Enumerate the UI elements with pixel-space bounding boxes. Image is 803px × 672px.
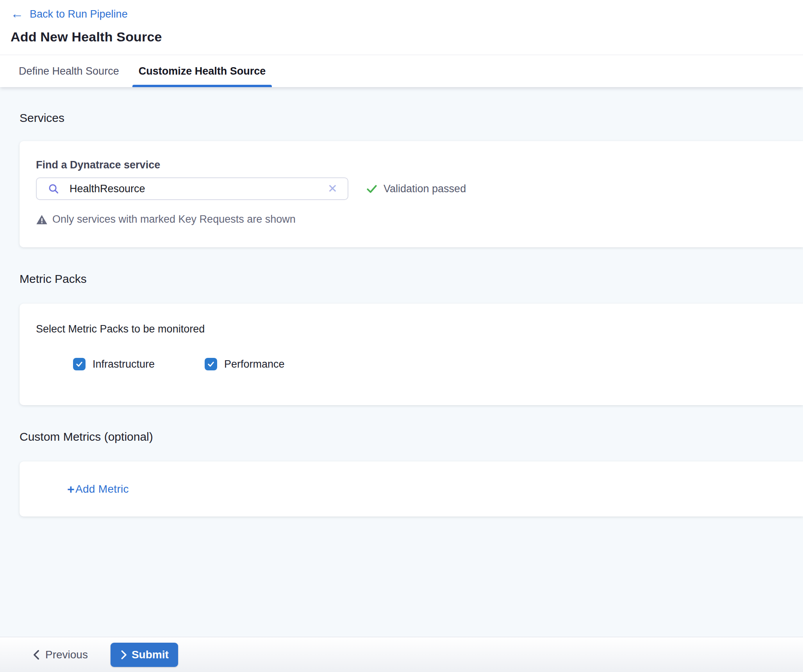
previous-label: Previous <box>45 649 88 661</box>
infrastructure-checkbox[interactable] <box>73 358 86 370</box>
tab-define-health-source[interactable]: Define Health Source <box>12 55 125 87</box>
check-icon <box>366 182 378 195</box>
performance-label: Performance <box>224 358 285 370</box>
custom-metrics-card: + Add Metric <box>20 461 803 517</box>
chevron-left-icon <box>32 650 41 660</box>
footer-bar: Previous Submit <box>0 637 803 672</box>
add-metric-button[interactable]: + Add Metric <box>67 483 129 495</box>
main-content: Services Find a Dynatrace service ✕ Vali… <box>0 87 803 637</box>
search-field-label: Find a Dynatrace service <box>36 159 803 171</box>
metric-packs-options: Infrastructure Performance <box>36 358 803 370</box>
search-row: ✕ Validation passed <box>36 177 803 200</box>
metric-packs-heading: Metric Packs <box>20 272 803 286</box>
service-search-input[interactable] <box>70 178 328 199</box>
arrow-left-icon: ← <box>11 7 23 20</box>
back-link-label: Back to Run Pipeline <box>30 8 128 20</box>
submit-button[interactable]: Submit <box>111 643 178 667</box>
chevron-right-icon <box>120 650 127 659</box>
previous-button[interactable]: Previous <box>32 649 88 661</box>
warning-triangle-icon <box>36 214 48 225</box>
services-card: Find a Dynatrace service ✕ Validation pa… <box>20 141 803 247</box>
add-metric-label: Add Metric <box>75 483 129 495</box>
tab-label: Define Health Source <box>19 65 119 77</box>
infrastructure-label: Infrastructure <box>93 358 155 370</box>
service-search-box: ✕ <box>36 177 348 200</box>
services-warning: Only services with marked Key Requests a… <box>36 213 803 225</box>
metric-pack-performance: Performance <box>205 358 285 370</box>
custom-metrics-heading: Custom Metrics (optional) <box>20 430 803 443</box>
page-header: ← Back to Run Pipeline Add New Health So… <box>0 0 803 87</box>
warning-text: Only services with marked Key Requests a… <box>52 213 296 225</box>
tab-label: Customize Health Source <box>139 65 266 77</box>
performance-checkbox[interactable] <box>205 358 217 370</box>
metric-pack-infrastructure: Infrastructure <box>73 358 205 370</box>
tab-bar: Define Health Source Customize Health So… <box>0 55 803 87</box>
back-to-run-pipeline-link[interactable]: ← Back to Run Pipeline <box>11 8 128 21</box>
clear-search-icon[interactable]: ✕ <box>328 183 337 195</box>
validation-text: Validation passed <box>384 183 466 195</box>
services-heading: Services <box>20 87 803 125</box>
check-icon <box>207 360 215 368</box>
plus-icon: + <box>67 483 75 495</box>
check-icon <box>75 360 83 368</box>
submit-label: Submit <box>132 649 169 661</box>
header-top: ← Back to Run Pipeline Add New Health So… <box>0 0 803 55</box>
magnifier-icon <box>48 183 59 195</box>
metric-packs-subheading: Select Metric Packs to be monitored <box>36 323 803 335</box>
validation-status: Validation passed <box>366 182 466 195</box>
page-title: Add New Health Source <box>11 29 803 45</box>
metric-packs-card: Select Metric Packs to be monitored Infr… <box>20 304 803 405</box>
tab-customize-health-source[interactable]: Customize Health Source <box>132 55 272 87</box>
